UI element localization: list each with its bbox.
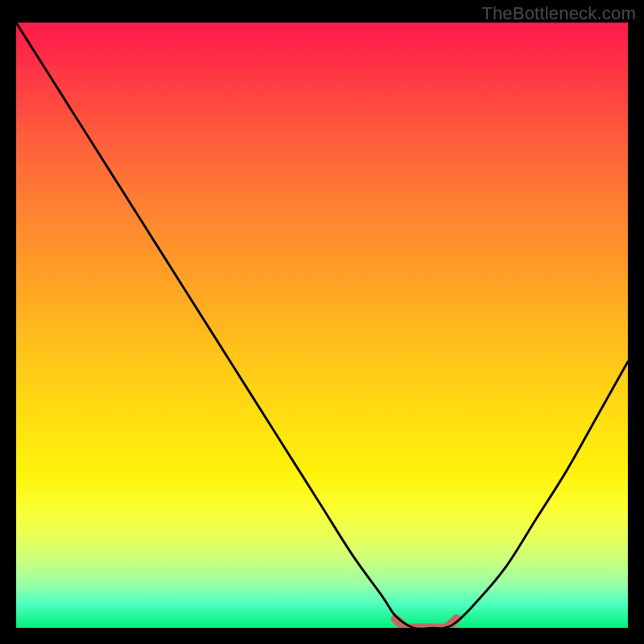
bottleneck-curve-overlay [16,23,628,628]
watermark-text: TheBottleneck.com [481,3,636,24]
plot-area [16,23,628,628]
chart-frame: TheBottleneck.com [0,0,644,644]
bottleneck-curve [16,23,628,628]
curve-layer [16,23,628,628]
